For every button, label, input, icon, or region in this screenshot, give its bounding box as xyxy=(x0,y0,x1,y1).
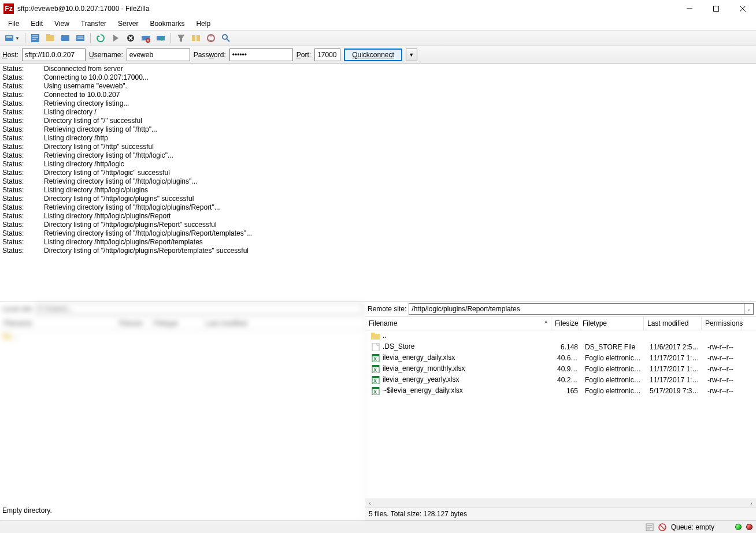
log-row: Status:Listing directory /http/logic/plu… xyxy=(2,212,254,221)
menu-view[interactable]: View xyxy=(49,18,75,29)
svg-rect-14 xyxy=(180,38,182,42)
svg-rect-21 xyxy=(371,334,380,340)
log-row: Status:Directory listing of "/http/logic… xyxy=(2,195,254,203)
xlsx-icon: x xyxy=(371,376,380,384)
queue-status: Queue: empty xyxy=(671,523,714,531)
host-label: Host: xyxy=(2,51,18,59)
remote-h-scrollbar[interactable]: ‹› xyxy=(365,498,756,508)
statusbar: Queue: empty xyxy=(0,520,756,533)
svg-rect-22 xyxy=(371,333,375,334)
col-modified[interactable]: Last modified xyxy=(644,317,702,330)
svg-point-18 xyxy=(223,35,227,39)
disconnect-button[interactable] xyxy=(139,32,153,44)
log-row: Status:Directory listing of "/" successf… xyxy=(2,117,254,125)
file-row[interactable]: xilevia_energy_monthly.xlsx40.941Foglio … xyxy=(365,363,756,374)
svg-rect-16 xyxy=(197,35,200,41)
minimize-button[interactable] xyxy=(676,0,703,17)
remote-status: 5 files. Total size: 128.127 bytes xyxy=(365,508,756,520)
menu-transfer[interactable]: Transfer xyxy=(75,18,112,29)
file-row[interactable]: .DS_Store6.148DS_STORE File11/6/2017 2:5… xyxy=(365,341,756,352)
local-status: Empty directory. xyxy=(2,506,52,515)
svg-rect-20 xyxy=(2,333,6,334)
log-row: Status:Retrieving directory listing of "… xyxy=(2,151,254,160)
menu-bookmarks[interactable]: Bookmarks xyxy=(144,18,190,29)
svg-rect-13 xyxy=(179,36,183,38)
log-row: Status:Connecting to 10.0.0.207:17000... xyxy=(2,73,254,82)
toggle-remote-tree-button[interactable] xyxy=(58,32,72,44)
log-row: Status:Disconnected from server xyxy=(2,65,254,73)
file-row[interactable]: xilevia_energy_yearly.xlsx40.215Foglio e… xyxy=(365,374,756,385)
menu-edit[interactable]: Edit xyxy=(25,18,49,29)
log-row: Status:Listing directory /http xyxy=(2,134,254,143)
menu-file[interactable]: File xyxy=(2,18,25,29)
remote-columns-header: Filename Filesize Filetype Last modified… xyxy=(365,317,756,330)
log-row: Status:Listing directory / xyxy=(2,108,254,117)
password-input[interactable] xyxy=(229,49,293,61)
log-row: Status:Retrieving directory listing of "… xyxy=(2,125,254,134)
log-row: Status:Retrieving directory listing of "… xyxy=(2,229,254,238)
svg-text:x: x xyxy=(373,355,377,362)
panes: Local site: Filename Filesize Filetype L… xyxy=(0,301,756,520)
svg-text:x: x xyxy=(373,387,377,395)
toolbar: ▼ xyxy=(0,30,756,46)
log-row: Status:Directory listing of "/http/logic… xyxy=(2,169,254,177)
log-row: Status:Retrieving directory listing of "… xyxy=(2,203,254,212)
sync-browse-button[interactable] xyxy=(204,32,218,44)
log-row: Status:Listing directory /http/logic/plu… xyxy=(2,238,254,247)
username-input[interactable] xyxy=(127,49,190,61)
search-button[interactable] xyxy=(219,32,233,44)
menu-server[interactable]: Server xyxy=(112,18,144,29)
svg-rect-4 xyxy=(46,35,54,41)
file-row[interactable]: .. xyxy=(365,330,756,341)
remote-site-label: Remote site: xyxy=(368,305,406,313)
queue-list-icon xyxy=(646,523,654,531)
message-log[interactable]: Status:Disconnected from serverStatus:Co… xyxy=(0,64,756,301)
col-filesize[interactable]: Filesize xyxy=(551,317,579,330)
file-row[interactable]: x~$ilevia_energy_daily.xlsx165Foglio ele… xyxy=(365,385,756,396)
quickconnect-button[interactable]: Quickconnect xyxy=(344,49,402,61)
remote-path-dropdown[interactable]: ⌄ xyxy=(744,303,754,315)
activity-led-recv xyxy=(735,524,742,530)
remote-path-input[interactable] xyxy=(409,303,744,315)
password-label: Password: xyxy=(194,51,226,59)
cancel-button[interactable] xyxy=(124,32,138,44)
menubar: FileEditViewTransferServerBookmarksHelp xyxy=(0,17,756,30)
local-pane: Local site: Filename Filesize Filetype L… xyxy=(0,301,365,520)
toggle-local-tree-button[interactable] xyxy=(43,32,57,44)
svg-rect-3 xyxy=(31,34,39,42)
xlsx-icon: x xyxy=(371,365,380,373)
reconnect-button[interactable] xyxy=(154,32,168,44)
filter-button[interactable] xyxy=(174,32,188,44)
toggle-log-button[interactable] xyxy=(28,32,42,44)
process-queue-button[interactable] xyxy=(109,32,123,44)
port-input[interactable] xyxy=(314,49,340,61)
host-input[interactable] xyxy=(22,49,86,61)
svg-rect-23 xyxy=(372,343,379,351)
file-icon xyxy=(371,343,380,351)
site-manager-button[interactable]: ▼ xyxy=(2,32,22,44)
log-row: Status:Directory listing of "/http" succ… xyxy=(2,143,254,151)
col-filetype[interactable]: Filetype xyxy=(579,317,644,330)
menu-help[interactable]: Help xyxy=(190,18,216,29)
log-row: Status:Listing directory /http/logic/plu… xyxy=(2,186,254,195)
col-filename[interactable]: Filename xyxy=(365,317,551,330)
log-row: Status:Listing directory /http/logic xyxy=(2,160,254,169)
username-label: Username: xyxy=(89,51,123,59)
compare-button[interactable] xyxy=(189,32,203,44)
quickconnect-bar: Host: Username: Password: Port: Quickcon… xyxy=(0,46,756,64)
log-row: Status:Retrieving directory listing of "… xyxy=(2,177,254,186)
svg-rect-12 xyxy=(178,35,184,36)
close-button[interactable] xyxy=(729,0,756,17)
remote-site-row: Remote site: ⌄ xyxy=(365,301,756,317)
svg-text:x: x xyxy=(373,377,377,384)
maximize-button[interactable] xyxy=(703,0,729,17)
remote-pane: Remote site: ⌄ Filename Filesize Filetyp… xyxy=(365,301,756,520)
file-row[interactable]: xilevia_energy_daily.xlsx40.658Foglio el… xyxy=(365,352,756,363)
toggle-queue-button[interactable] xyxy=(73,32,87,44)
svg-rect-2 xyxy=(6,36,12,38)
svg-rect-15 xyxy=(192,35,195,41)
remote-filelist[interactable]: ...DS_Store6.148DS_STORE File11/6/2017 2… xyxy=(365,330,756,498)
refresh-button[interactable] xyxy=(94,32,108,44)
quickconnect-dropdown[interactable]: ▼ xyxy=(406,49,417,61)
col-permissions[interactable]: Permissions xyxy=(702,317,742,330)
